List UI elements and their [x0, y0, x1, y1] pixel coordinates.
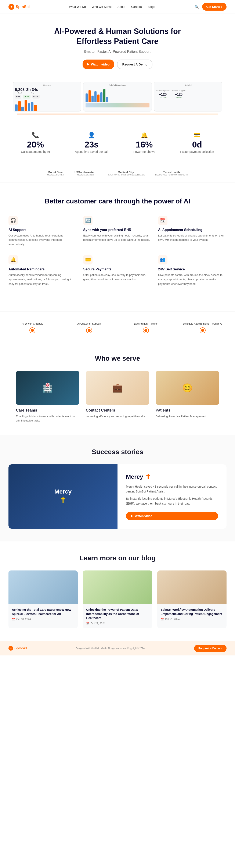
nav-link-who-we-serve[interactable]: Who We Serve: [92, 5, 111, 8]
navigation: ✦ SpinSci What We DoWho We ServeAboutCar…: [0, 0, 235, 14]
progress-step-2: Live Human Transfer: [122, 322, 170, 333]
step-circle-3: [200, 328, 206, 333]
success-watch-button[interactable]: Watch video: [126, 512, 218, 520]
progress-line: [8, 329, 227, 329]
metric-value-0: 20%: [21, 140, 50, 149]
metric-item-0: 📞 20% Calls automated by AI: [21, 132, 50, 153]
feature-item-2: 📅 AI Appointment Scheduling Let patients…: [158, 216, 227, 247]
logo-icon: ✦: [8, 4, 14, 10]
success-body-1: Mercy Health saved 43 seconds per call i…: [126, 484, 218, 494]
screenshot-card-2: SpinSci Dashboard: [83, 82, 152, 112]
metric-item-3: 💳 0d Faster payment collection: [180, 132, 214, 153]
feature-icon-2: 📅: [158, 216, 167, 225]
feature-title-1: Sync with your preferred EHR: [83, 228, 152, 232]
contact-centers-title: Contact Centers: [86, 408, 149, 412]
features-grid: 🎧 AI Support Our system uses AI to handl…: [8, 216, 227, 286]
success-title: Success stories: [8, 448, 227, 456]
metric-value-3: 0d: [180, 140, 214, 149]
success-section: Success stories Mercy ✝ Mercy ✝ Mercy He…: [0, 435, 235, 541]
progress-step-1: AI Customer Support: [65, 322, 113, 333]
progress-section: AI-Driven Chatbots AI Customer Support L…: [0, 311, 235, 342]
metric-value-2: 16%: [133, 140, 155, 149]
metric-label-3: Faster payment collection: [180, 150, 214, 153]
contact-centers-image: 💼: [86, 371, 149, 405]
blog-card-3[interactable]: SpinSci Workflow Automation Delivers Emp…: [157, 570, 227, 628]
watch-video-button[interactable]: Watch video: [82, 60, 114, 69]
feature-desc-4: Offer patients an easy, secure way to pa…: [83, 273, 152, 282]
logo-item-0: Mount SinaiMEDICAL CENTER: [47, 170, 64, 176]
serve-item-patients: 😊 Patients Delivering Proactive Patient …: [156, 371, 219, 423]
feature-item-4: 💳 Secure Payments Offer patients an easy…: [83, 255, 152, 286]
feature-title-0: AI Support: [8, 228, 77, 232]
feature-desc-0: Our system uses AI to handle routine pat…: [8, 234, 77, 247]
blog-grid: Achieving the Total Care Experience: How…: [8, 570, 227, 628]
patients-image: 😊: [156, 371, 219, 405]
metric-icon-0: 📞: [21, 132, 50, 138]
hero-screenshots: Reports 5,208Total 2h 34sAvg 64% ↑53% +3…: [8, 78, 227, 114]
feature-icon-0: 🎧: [8, 216, 18, 225]
metric-icon-1: 👤: [75, 132, 108, 138]
feature-icon-1: 🔄: [83, 216, 93, 225]
feature-desc-3: Automatically send reminders for upcomin…: [8, 273, 77, 286]
blog-title-2: Unlocking the Power of Patient Data: Int…: [86, 608, 148, 620]
feature-item-5: 👥 24/7 Self Service Give patients contro…: [158, 255, 227, 286]
feature-title-5: 24/7 Self Service: [158, 268, 227, 271]
blog-card-1[interactable]: Achieving the Total Care Experience: How…: [8, 570, 78, 628]
care-teams-title: Care Teams: [16, 408, 79, 412]
metric-label-2: Fewer no-shows: [133, 150, 155, 153]
footer-copyright: Designed with Health in Mind • All right…: [75, 647, 145, 650]
metric-item-1: 👤 23s Agent time saved per call: [75, 132, 108, 153]
success-body-2: By instantly locating patients in Mercy'…: [126, 496, 218, 506]
who-serve-title: Who we serve: [8, 354, 227, 362]
feature-item-3: 🔔 Automated Reminders Automatically send…: [8, 255, 77, 286]
contact-centers-desc: Improving efficiency and reducing repeti…: [86, 414, 149, 418]
metrics-section: 📞 20% Calls automated by AI 👤 23s Agent …: [0, 121, 235, 164]
serve-item-care: 🏥 Care Teams Enabling clinicians to work…: [16, 371, 79, 423]
play-icon: [87, 63, 89, 65]
request-demo-button[interactable]: Request A Demo: [117, 60, 153, 69]
features-section: Better customer care through the power o…: [0, 182, 235, 312]
who-serve-section: Who we serve 🏥 Care Teams Enabling clini…: [0, 342, 235, 435]
feature-desc-1: Easily connect with your existing health…: [83, 234, 152, 242]
hero-title: AI-Powered & Human Solutions for Effortl…: [54, 27, 181, 46]
nav-link-careers[interactable]: Careers: [131, 5, 142, 8]
nav-link-about[interactable]: About: [118, 5, 125, 8]
nav-link-what-we-do[interactable]: What We Do: [69, 5, 86, 8]
hero-subtitle: Smarter, Faster, AI-Powered Patient Supp…: [8, 50, 227, 54]
feature-icon-4: 💳: [83, 255, 93, 265]
blog-image-2: [83, 570, 152, 604]
logo-item-3: Texas HealthRESOURCES FORT WORTH SOUTH: [155, 170, 188, 176]
metric-icon-2: 🔔: [133, 132, 155, 138]
metric-label-1: Agent time saved per call: [75, 150, 108, 153]
blog-title: Learn more on our blog: [8, 554, 227, 562]
play-icon-sm: [131, 515, 133, 517]
success-watch-label: Watch video: [135, 514, 152, 518]
patients-desc: Delivering Proactive Patient Management: [156, 414, 219, 418]
partner-logos: Mount SinaiMEDICAL CENTERUTSouthwesternM…: [0, 164, 235, 182]
feature-icon-3: 🔔: [8, 255, 18, 265]
feature-desc-5: Give patients control with around-the-cl…: [158, 273, 227, 286]
blog-image-1: [8, 570, 78, 604]
nav-link-blogs[interactable]: Blogs: [147, 5, 155, 8]
nav-menu: What We DoWho We ServeAboutCareersBlogs: [69, 5, 155, 9]
mini-bar-chart: [15, 100, 79, 111]
step-label-2: Live Human Transfer: [134, 322, 158, 325]
mercy-company-name: Mercy ✝: [126, 473, 218, 481]
step-label-0: AI-Driven Chatbots: [22, 322, 43, 325]
logo[interactable]: ✦ SpinSci: [8, 4, 30, 10]
logo-text: SpinSci: [16, 5, 30, 9]
footer: ✦ SpinSci Designed with Health in Mind •…: [0, 641, 235, 655]
feature-desc-2: Let patients schedule or change appointm…: [158, 234, 227, 242]
serve-grid: 🏥 Care Teams Enabling clinicians to work…: [8, 371, 227, 423]
step-circle-1: [86, 328, 92, 333]
blog-image-3: [157, 570, 227, 604]
footer-cta-button[interactable]: Request a Demo >: [194, 645, 227, 652]
step-label-1: AI Customer Support: [77, 322, 101, 325]
feature-item-1: 🔄 Sync with your preferred EHR Easily co…: [83, 216, 152, 247]
blog-date-2: 📅 Oct 22, 2024: [86, 622, 148, 625]
search-icon[interactable]: 🔍: [195, 5, 199, 9]
get-started-button[interactable]: Get Started: [202, 3, 227, 10]
blog-card-2[interactable]: Unlocking the Power of Patient Data: Int…: [83, 570, 152, 628]
serve-item-contact: 💼 Contact Centers Improving efficiency a…: [86, 371, 149, 423]
progress-step-0: AI-Driven Chatbots: [8, 322, 57, 333]
